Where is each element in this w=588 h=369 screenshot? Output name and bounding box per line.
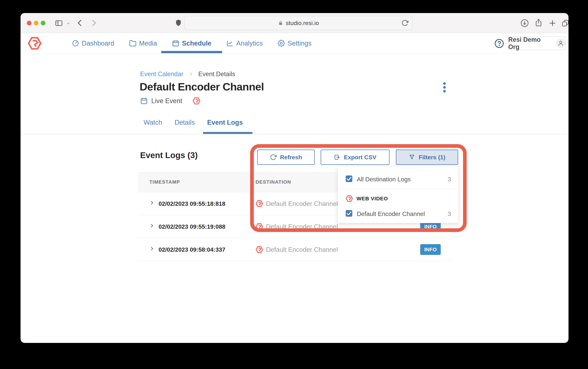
- status-badge: INFO: [420, 244, 441, 255]
- tabs-divider: [21, 134, 568, 134]
- tab-details[interactable]: Details: [175, 119, 195, 126]
- nav-item-dashboard[interactable]: Dashboard: [72, 33, 114, 54]
- resi-destination-icon: [255, 200, 263, 208]
- folder-icon: [129, 40, 136, 47]
- filters-button[interactable]: Filters (1): [396, 150, 458, 165]
- window-minimize-button[interactable]: [34, 21, 39, 25]
- tab-group-chevron-icon[interactable]: [66, 21, 70, 26]
- breadcrumb: Event Calendar Event Details: [140, 70, 235, 78]
- breadcrumb-event-details: Event Details: [198, 70, 235, 78]
- calendar-icon: [172, 40, 179, 47]
- nav-item-settings[interactable]: Settings: [278, 33, 311, 54]
- col-header-destination: DESTINATION: [255, 179, 291, 185]
- resi-destination-icon: [346, 195, 353, 202]
- browser-window: studio.resi.io Dashboard Media: [21, 13, 568, 343]
- downloads-icon[interactable]: [520, 19, 529, 27]
- lock-icon: [278, 20, 284, 26]
- row-destination: Default Encoder Channel: [266, 200, 338, 208]
- event-type-label: Live Event: [151, 97, 182, 105]
- screenshot-stage: studio.resi.io Dashboard Media: [0, 0, 588, 369]
- check-icon: [346, 210, 352, 217]
- row-expand-chevron-icon[interactable]: [149, 200, 154, 205]
- tab-event-logs[interactable]: Event Logs: [207, 119, 243, 126]
- back-icon[interactable]: [76, 19, 84, 27]
- table-row[interactable]: 02/02/2023 09:58:04:337 Default Encoder …: [138, 238, 452, 261]
- nav-item-schedule[interactable]: Schedule: [172, 33, 211, 54]
- tab-overview-icon[interactable]: [561, 19, 568, 27]
- calendar-icon: [140, 97, 148, 105]
- funnel-icon: [409, 154, 415, 160]
- refresh-icon: [270, 154, 277, 160]
- all-destination-logs-checkbox[interactable]: [346, 175, 352, 182]
- avatar: [556, 39, 565, 48]
- resi-destination-icon: [192, 97, 200, 105]
- new-tab-icon[interactable]: [548, 19, 557, 27]
- resi-logo-icon[interactable]: [27, 36, 42, 50]
- row-destination: Default Encoder Channel: [266, 246, 338, 253]
- window-close-button[interactable]: [27, 21, 32, 25]
- privacy-shield-icon[interactable]: [174, 19, 182, 27]
- row-timestamp: 02/02/2023 09:58:04:337: [158, 246, 225, 253]
- browser-toolbar: studio.resi.io: [21, 13, 568, 33]
- kebab-menu-icon[interactable]: [443, 82, 450, 93]
- group-label: WEB VIDEO: [357, 196, 388, 201]
- default-encoder-channel-checkbox[interactable]: [346, 210, 352, 217]
- export-label: Export CSV: [344, 154, 376, 161]
- nav-items: Dashboard Media Schedule Analytics Setti…: [72, 33, 312, 54]
- app-navbar: Dashboard Media Schedule Analytics Setti…: [21, 33, 568, 54]
- check-icon: [346, 175, 352, 182]
- url-text: studio.resi.io: [286, 20, 319, 26]
- address-bar[interactable]: studio.resi.io: [184, 16, 412, 30]
- event-logs-heading: Event Logs (3): [140, 150, 198, 160]
- row-timestamp: 02/02/2023 09:55:18:818: [158, 200, 225, 207]
- resi-destination-icon: [255, 246, 263, 253]
- row-destination: Default Encoder Channel: [266, 223, 338, 230]
- nav-item-analytics[interactable]: Analytics: [226, 33, 263, 54]
- row-expand-chevron-icon[interactable]: [149, 223, 154, 228]
- page-title: Default Encoder Channel: [140, 80, 264, 93]
- gear-icon: [278, 40, 285, 47]
- chart-icon: [226, 40, 234, 47]
- all-destination-logs-label[interactable]: All Destination Logs: [357, 176, 411, 183]
- nav-label: Analytics: [236, 40, 263, 47]
- col-header-timestamp: TIMESTAMP: [149, 179, 180, 185]
- sidebar-toggle-icon[interactable]: [55, 19, 63, 27]
- export-icon: [334, 154, 340, 160]
- default-encoder-channel-label[interactable]: Default Encoder Channel: [357, 210, 425, 217]
- help-icon[interactable]: [494, 39, 504, 48]
- breadcrumb-event-calendar[interactable]: Event Calendar: [140, 70, 183, 78]
- nav-label: Settings: [288, 40, 311, 47]
- dropdown-divider: [338, 189, 458, 189]
- all-destination-logs-count: 3: [448, 176, 451, 183]
- refresh-button[interactable]: Refresh: [257, 150, 315, 165]
- share-icon[interactable]: [534, 19, 543, 27]
- forward-icon[interactable]: [90, 19, 98, 27]
- resi-destination-icon: [255, 223, 263, 230]
- row-expand-chevron-icon[interactable]: [149, 246, 154, 251]
- event-type-row: Live Event: [140, 97, 200, 105]
- window-zoom-button[interactable]: [41, 21, 45, 25]
- reload-icon[interactable]: [401, 20, 408, 26]
- filters-label: Filters (1): [419, 154, 445, 161]
- filters-dropdown: All Destination Logs 3 WEB VIDEO Default…: [337, 166, 459, 223]
- org-name: Resi Demo Org: [508, 36, 552, 50]
- nav-label: Dashboard: [82, 40, 114, 47]
- row-timestamp: 02/02/2023 09:55:19:088: [158, 223, 225, 230]
- nav-label: Schedule: [182, 40, 211, 47]
- org-menu-button[interactable]: Resi Demo Org: [508, 37, 566, 50]
- refresh-label: Refresh: [280, 154, 302, 161]
- gauge-icon: [72, 40, 79, 47]
- tab-watch[interactable]: Watch: [144, 119, 162, 126]
- default-encoder-channel-count: 3: [448, 210, 451, 217]
- chevron-right-icon: [189, 72, 193, 76]
- person-icon: [557, 40, 564, 47]
- nav-label: Media: [139, 40, 157, 47]
- web-video-group-header: WEB VIDEO: [346, 195, 388, 202]
- nav-item-media[interactable]: Media: [129, 33, 157, 54]
- export-csv-button[interactable]: Export CSV: [321, 150, 389, 165]
